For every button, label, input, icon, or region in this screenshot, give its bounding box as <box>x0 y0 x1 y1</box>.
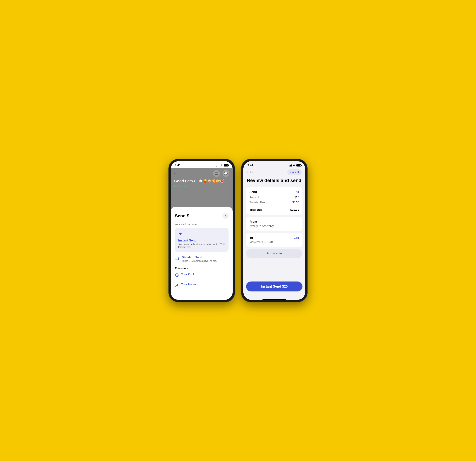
to-person-info: To a Person <box>181 283 197 286</box>
signal-icon-2 <box>289 164 292 166</box>
battery-icon-2 <box>296 164 301 166</box>
send-card-header: Send Edit <box>249 190 299 194</box>
battery-icon-1 <box>224 164 229 166</box>
status-time-1: 9:41 <box>175 164 181 167</box>
bank-icon <box>175 256 180 262</box>
review-title: Review details and send <box>243 178 305 187</box>
to-card-header: To Edit <box>249 236 299 240</box>
nav-icons <box>213 170 229 177</box>
to-card-title: To <box>249 236 253 240</box>
instant-send-cta-button[interactable]: Instant Send $20 <box>246 281 303 291</box>
from-card-subtitle: Avenger's Assembly <box>249 225 299 228</box>
sheet-handle <box>198 209 205 209</box>
svg-point-4 <box>176 284 178 285</box>
amount-value: $20 <box>295 196 299 199</box>
send-card-title: Send <box>249 190 257 194</box>
pool-emojis: 🍟🥪🍕🌮🥩 <box>203 179 224 183</box>
to-card: To Edit Mastercard ••• 1234 <box>246 233 303 247</box>
total-value: $20.30 <box>290 208 299 212</box>
to-card-subtitle: Mastercard ••• 1234 <box>249 241 299 244</box>
send-edit-button[interactable]: Edit <box>294 191 299 194</box>
review-header: 3 of 3 Cancel <box>243 168 305 178</box>
pool-header: ‹ <box>171 168 233 191</box>
send-card: Send Edit Amount $20 Transfer Fee $0.30 … <box>246 187 303 215</box>
instant-send-description: Sent in seconds with your debit card! 1.… <box>178 243 225 248</box>
back-button[interactable]: ‹ <box>174 171 175 176</box>
card-icon-button[interactable] <box>213 170 220 177</box>
status-bar-1: 9:41 <box>171 161 233 168</box>
fee-row: Transfer Fee $0.30 <box>249 201 299 204</box>
standard-send-title: Standard Send <box>182 256 217 259</box>
elsewhere-label: Elsewhere <box>175 267 229 270</box>
phone-1: 9:41 <box>169 159 235 302</box>
sheet-title: Send $ <box>175 213 189 218</box>
standard-send-option[interactable]: Standard Send Takes 3–5 business days, n… <box>175 256 229 262</box>
to-pool-title: To a Pool <box>181 273 194 276</box>
close-button[interactable]: ✕ <box>222 213 229 219</box>
amount-row: Amount $20 <box>249 196 299 199</box>
bottom-sheet: Send $ ✕ To a Bank Account Instant Send … <box>171 207 233 300</box>
fee-label: Transfer Fee <box>249 201 265 204</box>
bank-section-label: To a Bank Account <box>175 223 229 226</box>
person-icon <box>175 283 179 288</box>
to-edit-button[interactable]: Edit <box>294 236 299 240</box>
standard-send-description: Takes 3–5 business days, no fee. <box>182 260 217 262</box>
phone-2-screen: 9:41 <box>243 161 305 300</box>
wifi-icon-2 <box>293 164 295 167</box>
pool-background: ‹ <box>171 168 233 300</box>
pool-icon <box>175 273 179 278</box>
fee-value: $0.30 <box>292 201 299 204</box>
amount-label: Amount <box>249 196 259 199</box>
pool-title: Good Eats Club 🍟🥪🍕🌮🥩 <box>174 179 229 183</box>
total-row: Total Due $20.30 <box>249 208 299 212</box>
phone-1-screen: 9:41 <box>171 161 233 300</box>
to-person-title: To a Person <box>181 283 197 286</box>
settings-icon-button[interactable] <box>222 170 229 177</box>
signal-icon-1 <box>216 164 219 166</box>
phone-2: 9:41 <box>241 159 307 302</box>
wifi-icon-1 <box>220 164 223 167</box>
pool-amount: $276.26 <box>174 184 229 188</box>
standard-send-info: Standard Send Takes 3–5 business days, n… <box>182 256 217 262</box>
to-pool-info: To a Pool <box>181 273 194 276</box>
status-icons-2 <box>289 164 301 167</box>
cta-area: Instant Send $20 <box>243 280 305 297</box>
home-indicator <box>263 299 286 300</box>
phones-container: 9:41 <box>169 159 307 302</box>
cancel-button[interactable]: Cancel <box>287 169 302 175</box>
from-card-title: From <box>249 220 257 223</box>
svg-rect-0 <box>215 172 218 174</box>
instant-send-title: Instant Send <box>178 239 225 242</box>
to-pool-option[interactable]: To a Pool <box>175 273 229 278</box>
to-person-option[interactable]: To a Person <box>175 283 229 288</box>
from-card: From Avenger's Assembly <box>246 217 303 231</box>
status-icons-1 <box>216 164 229 167</box>
step-label: 3 of 3 <box>247 171 253 174</box>
instant-send-card[interactable]: Instant Send Sent in seconds with your d… <box>175 228 229 252</box>
lightning-icon <box>178 231 225 237</box>
sheet-header: Send $ ✕ <box>175 213 229 219</box>
total-label: Total Due <box>249 208 262 212</box>
status-time-2: 9:41 <box>247 164 253 167</box>
add-note-button[interactable]: Add a Note <box>246 249 303 258</box>
spacer <box>243 261 305 280</box>
status-bar-2: 9:41 <box>243 161 305 168</box>
pool-nav: ‹ <box>174 170 229 177</box>
